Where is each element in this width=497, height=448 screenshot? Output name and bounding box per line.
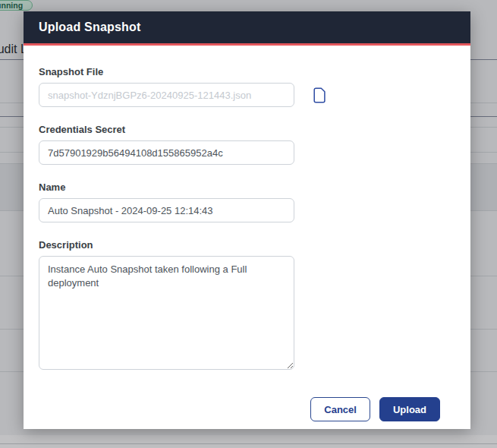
name-group: Name [39, 181, 455, 222]
cancel-button[interactable]: Cancel [310, 397, 370, 421]
credentials-secret-label: Credentials Secret [39, 124, 455, 135]
modal-title: Upload Snapshot [39, 21, 141, 34]
upload-button[interactable]: Upload [379, 397, 440, 421]
name-input[interactable] [39, 198, 294, 222]
description-group: Description Instance Auto Snapshot taken… [39, 239, 455, 373]
description-textarea[interactable]: Instance Auto Snapshot taken following a… [39, 256, 294, 370]
snapshot-file-label: Snapshot File [39, 66, 455, 77]
modal-footer: Cancel Upload [39, 373, 455, 421]
modal-body: Snapshot File Credentials Secret Name De… [24, 46, 470, 421]
credentials-secret-input[interactable] [39, 140, 294, 165]
description-label: Description [39, 239, 455, 251]
credentials-secret-group: Credentials Secret [39, 124, 455, 165]
file-icon[interactable] [313, 87, 326, 103]
name-label: Name [39, 181, 455, 193]
snapshot-file-input[interactable] [39, 83, 294, 107]
modal-header: Upload Snapshot [24, 11, 470, 46]
snapshot-file-group: Snapshot File [39, 66, 455, 107]
upload-snapshot-modal: Upload Snapshot Snapshot File Credential… [24, 11, 470, 429]
